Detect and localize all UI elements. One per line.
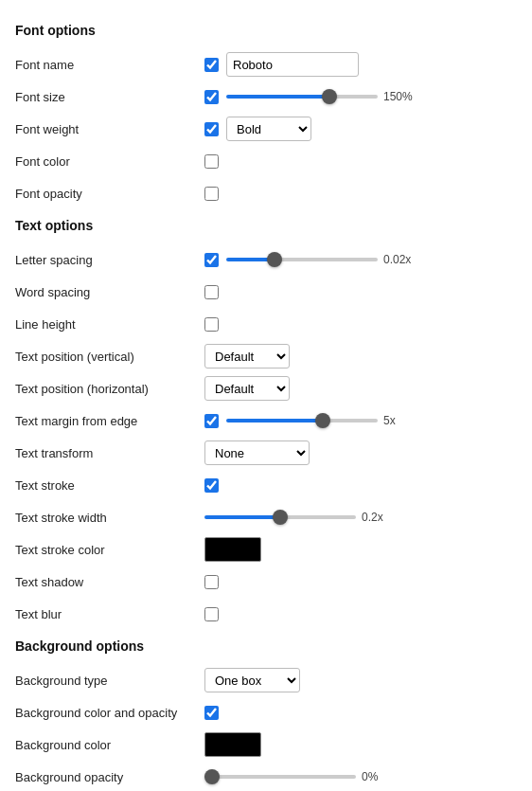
slider-font-size[interactable]: [226, 95, 378, 99]
label-background-type: Background type: [15, 674, 204, 688]
font-options-section: Font options Font name Font size 150% Fo…: [15, 23, 517, 208]
control-text-stroke-color: [204, 537, 517, 562]
font-options-title: Font options: [15, 23, 517, 38]
row-background-opacity: Background opacity 0%: [15, 762, 517, 791]
select-background-type[interactable]: One box Per word Per letter None: [204, 668, 300, 692]
row-background-color: Background color: [15, 729, 517, 760]
label-font-name: Font name: [15, 58, 204, 72]
label-text-stroke: Text stroke: [15, 478, 204, 493]
control-font-name: [204, 52, 517, 77]
checkbox-font-opacity[interactable]: [204, 187, 219, 201]
slider-letter-spacing[interactable]: [226, 258, 378, 261]
slider-font-size-value: 150%: [383, 90, 417, 103]
control-font-color: [204, 154, 517, 169]
row-text-transform: Text transform None Uppercase Lowercase …: [15, 438, 517, 468]
label-letter-spacing: Letter spacing: [15, 253, 204, 267]
slider-wrap-letter-spacing: 0.02x: [226, 253, 417, 266]
checkbox-text-stroke[interactable]: [204, 478, 219, 493]
row-background-type: Background type One box Per word Per let…: [15, 665, 517, 695]
row-text-blur: Text blur: [15, 599, 517, 629]
slider-wrap-text-stroke-width: 0.2x: [204, 511, 396, 524]
row-font-size: Font size 150%: [15, 81, 517, 112]
control-text-stroke: [204, 478, 517, 493]
row-font-weight: Font weight Bold Normal Light: [15, 114, 517, 144]
checkbox-letter-spacing[interactable]: [204, 253, 219, 267]
row-background-color-opacity: Background color and opacity: [15, 697, 517, 728]
row-word-spacing: Word spacing: [15, 277, 517, 307]
checkbox-text-margin[interactable]: [204, 414, 219, 428]
control-text-blur: [204, 607, 517, 621]
slider-text-stroke-width-value: 0.2x: [362, 511, 396, 524]
control-background-color-opacity: [204, 706, 517, 720]
slider-wrap-font-size: 150%: [226, 90, 417, 103]
text-options-section: Text options Letter spacing 0.02x Word s…: [15, 218, 517, 629]
input-font-name[interactable]: [226, 52, 359, 77]
label-text-margin: Text margin from edge: [15, 414, 204, 428]
label-background-opacity: Background opacity: [15, 770, 204, 784]
text-options-title: Text options: [15, 218, 517, 233]
label-background-color-opacity: Background color and opacity: [15, 706, 204, 720]
checkbox-background-color-opacity[interactable]: [204, 706, 219, 720]
checkbox-text-shadow[interactable]: [204, 575, 219, 589]
label-font-color: Font color: [15, 154, 204, 169]
control-text-position-vertical: Default Top Middle Bottom: [204, 344, 517, 369]
label-text-stroke-width: Text stroke width: [15, 511, 204, 525]
control-text-position-horizontal: Default Left Center Right: [204, 376, 517, 401]
select-text-position-vertical[interactable]: Default Top Middle Bottom: [204, 344, 290, 369]
slider-background-opacity-value: 0%: [362, 770, 396, 783]
slider-text-margin-value: 5x: [383, 414, 417, 427]
row-text-margin: Text margin from edge 5x: [15, 405, 517, 436]
control-line-height: [204, 317, 517, 332]
control-background-type: One box Per word Per letter None: [204, 668, 517, 692]
color-swatch-background[interactable]: [204, 732, 261, 757]
select-font-weight[interactable]: Bold Normal Light: [226, 117, 311, 141]
slider-wrap-text-margin: 5x: [226, 414, 417, 427]
label-word-spacing: Word spacing: [15, 285, 204, 299]
row-text-stroke-color: Text stroke color: [15, 534, 517, 565]
label-text-blur: Text blur: [15, 607, 204, 621]
control-background-color: [204, 732, 517, 757]
row-text-position-vertical: Text position (vertical) Default Top Mid…: [15, 341, 517, 371]
slider-letter-spacing-value: 0.02x: [383, 253, 417, 266]
checkbox-font-name[interactable]: [204, 58, 219, 72]
checkbox-line-height[interactable]: [204, 317, 219, 332]
select-text-transform[interactable]: None Uppercase Lowercase Capitalize: [204, 440, 310, 465]
slider-text-margin[interactable]: [226, 419, 378, 422]
control-letter-spacing: 0.02x: [204, 253, 517, 267]
label-text-shadow: Text shadow: [15, 575, 204, 589]
control-text-shadow: [204, 575, 517, 589]
checkbox-font-color[interactable]: [204, 154, 219, 169]
control-font-size: 150%: [204, 90, 517, 104]
control-text-margin: 5x: [204, 414, 517, 428]
checkbox-word-spacing[interactable]: [204, 285, 219, 299]
label-background-color: Background color: [15, 738, 204, 752]
color-swatch-text-stroke[interactable]: [204, 537, 261, 562]
checkbox-font-size[interactable]: [204, 90, 219, 104]
control-text-stroke-width: 0.2x: [204, 511, 517, 524]
control-text-transform: None Uppercase Lowercase Capitalize: [204, 440, 517, 465]
control-background-opacity: 0%: [204, 770, 517, 783]
background-options-section: Background options Background type One b…: [15, 638, 517, 791]
select-text-position-horizontal[interactable]: Default Left Center Right: [204, 376, 290, 401]
row-text-shadow: Text shadow: [15, 566, 517, 597]
label-line-height: Line height: [15, 317, 204, 332]
row-font-name: Font name: [15, 49, 517, 80]
row-letter-spacing: Letter spacing 0.02x: [15, 244, 517, 275]
slider-text-stroke-width[interactable]: [204, 515, 356, 519]
slider-background-opacity[interactable]: [204, 775, 356, 779]
slider-wrap-background-opacity: 0%: [204, 770, 396, 783]
label-text-position-vertical: Text position (vertical): [15, 350, 204, 364]
background-options-title: Background options: [15, 638, 517, 654]
row-font-opacity: Font opacity: [15, 178, 517, 208]
control-font-weight: Bold Normal Light: [204, 117, 517, 141]
label-text-stroke-color: Text stroke color: [15, 543, 204, 557]
checkbox-text-blur[interactable]: [204, 607, 219, 621]
label-font-size: Font size: [15, 90, 204, 104]
row-line-height: Line height: [15, 309, 517, 339]
row-text-stroke: Text stroke: [15, 470, 517, 500]
control-font-opacity: [204, 187, 517, 201]
checkbox-font-weight[interactable]: [204, 122, 219, 136]
control-word-spacing: [204, 285, 517, 299]
label-text-transform: Text transform: [15, 446, 204, 460]
label-font-opacity: Font opacity: [15, 187, 204, 201]
